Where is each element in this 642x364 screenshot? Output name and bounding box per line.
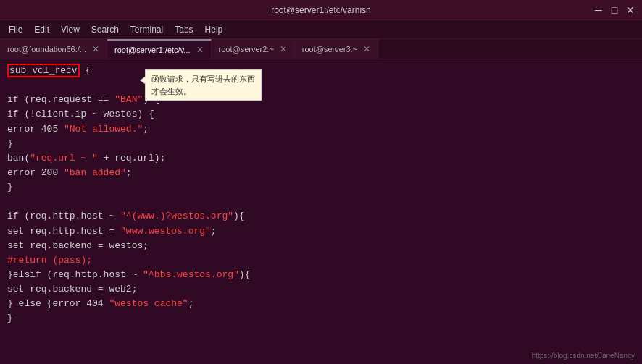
tab-2-close[interactable]: ✕ bbox=[196, 45, 204, 55]
close-button[interactable]: ✕ bbox=[625, 4, 636, 16]
menu-search[interactable]: Search bbox=[86, 23, 125, 36]
maximize-button[interactable]: □ bbox=[609, 4, 620, 16]
code-line-4: if (!client.ip ~ westos) { bbox=[7, 107, 635, 122]
tab-3-close[interactable]: ✕ bbox=[280, 44, 287, 54]
code-line-3: if (req.request == "BAN") { bbox=[7, 93, 635, 107]
tab-4-label: root@server3:~ bbox=[302, 45, 357, 54]
code-line-1: sub vcl_recv { bbox=[7, 64, 635, 78]
annotation-line1: 函数请求，只有写进去的东西 bbox=[151, 73, 255, 85]
content-area: 函数请求，只有写进去的东西 才会生效。 sub vcl_recv { if (r… bbox=[0, 59, 642, 364]
watermark: https://blog.csdn.net/JaneNancy bbox=[532, 352, 635, 360]
code-line-15: }elsif (req.http.host ~ "^bbs.westos.org… bbox=[7, 268, 635, 282]
menu-edit[interactable]: Edit bbox=[28, 23, 55, 36]
code-line-12: set req.http.host = "www.westos.org"; bbox=[7, 224, 635, 239]
tab-bar: root@foundation66:/... ✕ root@server1:/e… bbox=[0, 39, 642, 59]
tab-3[interactable]: root@server2:~ ✕ bbox=[212, 39, 295, 59]
tab-2[interactable]: root@server1:/etc/v... ✕ bbox=[107, 39, 212, 59]
tab-4[interactable]: root@server3:~ ✕ bbox=[295, 39, 378, 59]
title-bar: root@server1:/etc/varnish ─ □ ✕ bbox=[0, 0, 642, 20]
menu-view[interactable]: View bbox=[55, 23, 86, 36]
code-line-5: error 405 "Not allowed."; bbox=[7, 122, 635, 137]
code-line-17: } else {error 404 "westos cache"; bbox=[7, 297, 635, 311]
code-line-16: set req.backend = web2; bbox=[7, 282, 635, 297]
code-line-13: set req.backend = westos; bbox=[7, 239, 635, 253]
window-controls: ─ □ ✕ bbox=[593, 4, 636, 16]
tab-1-label: root@foundation66:/... bbox=[7, 45, 86, 54]
vcl-recv-highlight: sub vcl_recv bbox=[7, 64, 80, 77]
tab-4-close[interactable]: ✕ bbox=[363, 44, 370, 54]
code-line-7: ban("req.url ~ " + req.url); bbox=[7, 151, 635, 166]
tab-3-label: root@server2:~ bbox=[219, 45, 274, 54]
menu-bar: File Edit View Search Terminal Tabs Help bbox=[0, 20, 642, 39]
window-title: root@server1:/etc/varnish bbox=[271, 5, 371, 15]
tab-2-label: root@server1:/etc/v... bbox=[114, 46, 191, 54]
code-line-9: } bbox=[7, 180, 635, 195]
annotation-line2: 才会生效。 bbox=[151, 85, 255, 98]
code-line-2 bbox=[7, 78, 635, 93]
code-line-10 bbox=[7, 195, 635, 209]
code-line-18: } bbox=[7, 311, 635, 326]
menu-tabs[interactable]: Tabs bbox=[169, 23, 199, 36]
annotation-bubble: 函数请求，只有写进去的东西 才会生效。 bbox=[145, 69, 262, 101]
menu-terminal[interactable]: Terminal bbox=[125, 23, 169, 36]
menu-help[interactable]: Help bbox=[199, 23, 229, 36]
code-line-11: if (req.http.host ~ "^(www.)?westos.org"… bbox=[7, 209, 635, 224]
tab-1-close[interactable]: ✕ bbox=[92, 44, 99, 54]
minimize-button[interactable]: ─ bbox=[593, 4, 604, 16]
code-line-8: error 200 "ban added"; bbox=[7, 166, 635, 180]
code-line-6: } bbox=[7, 137, 635, 151]
code-line-14: #return (pass); bbox=[7, 253, 635, 268]
tab-1[interactable]: root@foundation66:/... ✕ bbox=[0, 39, 107, 59]
menu-file[interactable]: File bbox=[3, 23, 28, 36]
code-block: sub vcl_recv { if (req.request == "BAN")… bbox=[7, 64, 635, 326]
